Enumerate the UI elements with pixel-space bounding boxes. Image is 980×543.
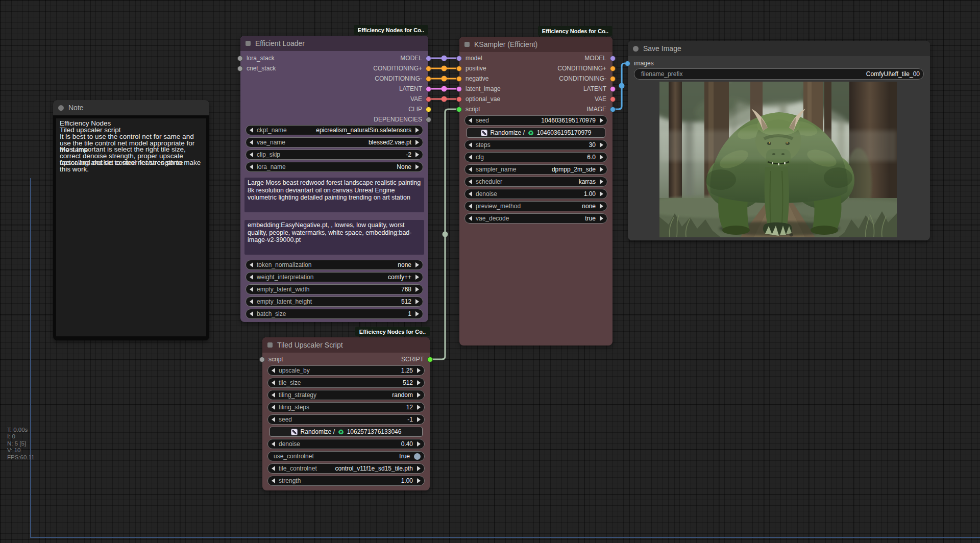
increment-arrow-icon[interactable] bbox=[415, 311, 419, 316]
decrement-arrow-icon[interactable] bbox=[469, 179, 472, 184]
widget-weight_interpretation[interactable]: weight_interpretationcomfy++ bbox=[246, 272, 423, 282]
increment-arrow-icon[interactable] bbox=[417, 368, 421, 373]
decrement-arrow-icon[interactable] bbox=[469, 167, 472, 172]
input-port-dot[interactable] bbox=[456, 107, 462, 112]
widget-empty_latent_width[interactable]: empty_latent_width768 bbox=[246, 284, 423, 294]
widget-vae_decode[interactable]: vae_decodetrue bbox=[464, 213, 607, 224]
widget-filename_prefix[interactable]: filename_prefixComfyUI\eff_tile_00 bbox=[634, 68, 924, 80]
collapse-circle-icon[interactable] bbox=[633, 46, 639, 52]
decrement-arrow-icon[interactable] bbox=[272, 478, 275, 483]
collapse-circle-icon[interactable] bbox=[58, 105, 64, 111]
input-port-dot[interactable] bbox=[625, 61, 630, 66]
widget-denoise[interactable]: denoise0.40 bbox=[267, 439, 425, 449]
decrement-arrow-icon[interactable] bbox=[250, 311, 253, 316]
decrement-arrow-icon[interactable] bbox=[469, 142, 472, 147]
decrement-arrow-icon[interactable] bbox=[272, 380, 275, 385]
decrement-arrow-icon[interactable] bbox=[250, 164, 253, 169]
decrement-arrow-icon[interactable] bbox=[272, 392, 275, 398]
increment-arrow-icon[interactable] bbox=[417, 441, 421, 447]
widget-tile_size[interactable]: tile_size512 bbox=[267, 378, 425, 388]
increment-arrow-icon[interactable] bbox=[415, 128, 419, 133]
increment-arrow-icon[interactable] bbox=[417, 478, 421, 483]
collapse-square-icon[interactable] bbox=[267, 342, 273, 348]
widget-token_normalization[interactable]: token_normalizationnone bbox=[246, 260, 423, 270]
increment-arrow-icon[interactable] bbox=[417, 417, 421, 422]
widget-ckpt_name[interactable]: ckpt_nameepicrealism_naturalSin.safetens… bbox=[246, 125, 423, 135]
widget-preview_method[interactable]: preview_methodnone bbox=[464, 201, 607, 211]
output-port-dot[interactable] bbox=[610, 66, 616, 71]
output-port-dot[interactable] bbox=[610, 86, 616, 92]
input-port-dot[interactable] bbox=[456, 96, 462, 102]
widget-use_controlnet[interactable]: use_controlnettrue bbox=[267, 451, 425, 461]
increment-arrow-icon[interactable] bbox=[600, 118, 603, 123]
decrement-arrow-icon[interactable] bbox=[469, 216, 472, 221]
decrement-arrow-icon[interactable] bbox=[250, 287, 253, 292]
collapse-square-icon[interactable] bbox=[246, 41, 251, 46]
decrement-arrow-icon[interactable] bbox=[272, 441, 275, 447]
widget-clip_skip[interactable]: clip_skip-2 bbox=[246, 150, 423, 160]
widget-tiling_strategy[interactable]: tiling_strategyrandom bbox=[267, 390, 425, 400]
node-titlebar[interactable]: Note bbox=[53, 100, 209, 115]
widget-lora_name[interactable]: lora_nameNone bbox=[246, 162, 423, 172]
widget-tile_controlnet[interactable]: tile_controlnetcontrol_v11f1e_sd15_tile.… bbox=[267, 463, 425, 474]
widget-tiling_steps[interactable]: tiling_steps12 bbox=[267, 402, 425, 412]
output-port-dot[interactable] bbox=[426, 56, 431, 61]
output-port-dot[interactable] bbox=[610, 96, 616, 102]
widget-vae_name[interactable]: vae_nameblessed2.vae.pt bbox=[246, 137, 423, 147]
increment-arrow-icon[interactable] bbox=[600, 179, 603, 184]
increment-arrow-icon[interactable] bbox=[415, 275, 419, 280]
randomize-button[interactable]: Randomize /♻1062571376133046 bbox=[270, 427, 423, 437]
output-port-dot[interactable] bbox=[610, 76, 616, 82]
widget-scheduler[interactable]: schedulerkarras bbox=[464, 177, 607, 187]
negative-prompt-textarea[interactable]: embedding:EasyNegative.pt, , lowres, low… bbox=[244, 220, 424, 255]
input-port-dot[interactable] bbox=[237, 56, 243, 61]
increment-arrow-icon[interactable] bbox=[415, 262, 419, 267]
output-port-dot[interactable] bbox=[610, 107, 616, 112]
widget-seed[interactable]: seed-1 bbox=[267, 414, 425, 425]
increment-arrow-icon[interactable] bbox=[600, 155, 603, 160]
positive-prompt-textarea[interactable]: Large Moss beast redwood forest landscap… bbox=[244, 178, 424, 212]
increment-arrow-icon[interactable] bbox=[417, 392, 421, 398]
increment-arrow-icon[interactable] bbox=[415, 152, 419, 157]
widget-sampler_name[interactable]: sampler_namedpmpp_2m_sde bbox=[464, 164, 607, 175]
decrement-arrow-icon[interactable] bbox=[469, 155, 472, 160]
increment-arrow-icon[interactable] bbox=[415, 299, 419, 304]
output-port-dot[interactable] bbox=[426, 96, 431, 102]
increment-arrow-icon[interactable] bbox=[600, 216, 603, 221]
node-titlebar[interactable]: Efficient Loader bbox=[240, 36, 428, 51]
output-port-dot[interactable] bbox=[426, 117, 431, 122]
widget-upscale_by[interactable]: upscale_by1.25 bbox=[267, 365, 425, 376]
input-port-dot[interactable] bbox=[456, 86, 462, 92]
input-port-dot[interactable] bbox=[259, 357, 265, 362]
decrement-arrow-icon[interactable] bbox=[469, 191, 472, 196]
widget-empty_latent_height[interactable]: empty_latent_height512 bbox=[246, 297, 423, 307]
input-port-dot[interactable] bbox=[237, 66, 243, 71]
toggle-knob[interactable] bbox=[414, 453, 421, 460]
node-titlebar[interactable]: Tiled Upscaler Script bbox=[262, 337, 430, 353]
decrement-arrow-icon[interactable] bbox=[272, 405, 275, 410]
node-titlebar[interactable]: Save Image bbox=[628, 41, 930, 56]
decrement-arrow-icon[interactable] bbox=[469, 118, 472, 123]
input-port-dot[interactable] bbox=[456, 56, 462, 61]
increment-arrow-icon[interactable] bbox=[600, 204, 603, 209]
decrement-arrow-icon[interactable] bbox=[250, 140, 253, 145]
widget-steps[interactable]: steps30 bbox=[464, 140, 607, 150]
widget-denoise[interactable]: denoise1.00 bbox=[464, 189, 607, 199]
increment-arrow-icon[interactable] bbox=[415, 164, 419, 169]
increment-arrow-icon[interactable] bbox=[415, 287, 419, 292]
decrement-arrow-icon[interactable] bbox=[469, 204, 472, 209]
decrement-arrow-icon[interactable] bbox=[250, 152, 253, 157]
increment-arrow-icon[interactable] bbox=[415, 140, 419, 145]
note-text-area[interactable]: Efficiency Nodes Tiled upscaler script I… bbox=[56, 118, 206, 336]
node-titlebar[interactable]: KSampler (Efficient) bbox=[459, 37, 612, 52]
output-port-dot[interactable] bbox=[426, 107, 431, 112]
randomize-button[interactable]: Randomize /♻1046036195170979 bbox=[467, 128, 605, 138]
widget-strength[interactable]: strength1.00 bbox=[267, 476, 425, 486]
decrement-arrow-icon[interactable] bbox=[250, 299, 253, 304]
output-port-dot[interactable] bbox=[427, 357, 433, 362]
output-port-dot[interactable] bbox=[426, 86, 431, 92]
widget-seed[interactable]: seed1046036195170979 bbox=[464, 115, 607, 126]
increment-arrow-icon[interactable] bbox=[600, 167, 603, 172]
decrement-arrow-icon[interactable] bbox=[272, 417, 275, 422]
decrement-arrow-icon[interactable] bbox=[250, 262, 253, 267]
